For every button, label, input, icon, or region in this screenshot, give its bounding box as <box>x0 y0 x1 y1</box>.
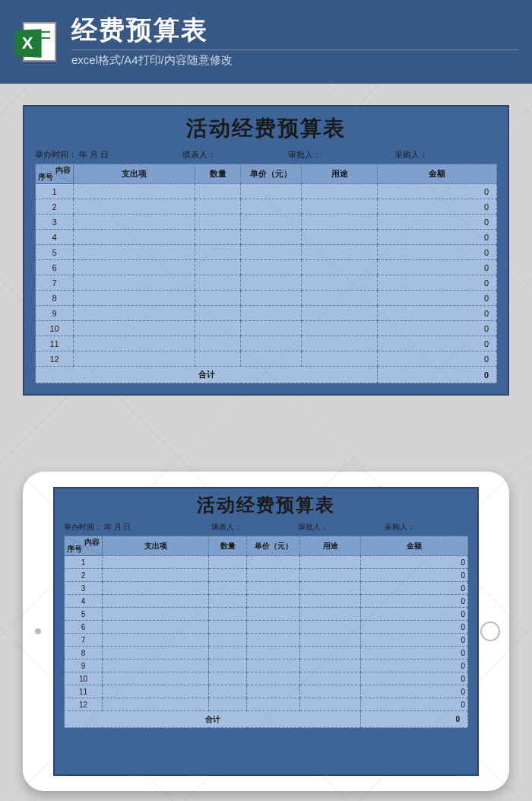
table-row: 60 <box>65 621 468 634</box>
table-row: 40 <box>65 595 468 608</box>
cell <box>209 698 247 711</box>
table-row: 70 <box>65 634 468 647</box>
row-amount: 0 <box>361 621 468 634</box>
meta-filler: 填表人： <box>182 149 285 161</box>
table-row: 20 <box>65 569 468 582</box>
budget-body-tablet: 102030405060708090100110120 <box>65 556 468 711</box>
cell <box>300 660 361 672</box>
table-row: 110 <box>65 685 468 698</box>
cell <box>247 647 300 660</box>
row-amount: 0 <box>378 336 497 351</box>
total-label: 合计 <box>65 711 361 728</box>
cell <box>103 634 209 647</box>
meta-date: 举办时间： 年 月 日 <box>35 149 179 161</box>
cell <box>302 260 378 275</box>
row-index: 11 <box>36 336 74 351</box>
table-row: 10 <box>36 184 497 199</box>
total-amount: 0 <box>378 367 497 383</box>
cell <box>302 245 378 260</box>
cell <box>241 245 302 260</box>
row-amount: 0 <box>361 698 468 711</box>
row-index: 6 <box>65 621 103 634</box>
row-amount: 0 <box>361 595 468 608</box>
cell <box>241 336 302 351</box>
table-row: 30 <box>36 215 497 230</box>
row-amount: 0 <box>361 660 468 672</box>
col-corner: 内容 序号 <box>65 536 103 556</box>
cell <box>247 685 300 698</box>
meta-approver: 审批人： <box>288 149 391 161</box>
cell <box>103 685 209 698</box>
cell <box>195 351 241 367</box>
cell <box>195 275 241 291</box>
cell <box>195 230 241 245</box>
row-index: 9 <box>65 660 103 672</box>
cell <box>300 621 361 634</box>
meta-purchaser: 采购人： <box>394 149 497 161</box>
cell <box>302 351 378 367</box>
header-text: 经费预算表 excel格式/A4打印/内容随意修改 <box>71 16 518 67</box>
table-row: 40 <box>36 230 497 245</box>
row-amount: 0 <box>378 275 497 291</box>
row-amount: 0 <box>378 230 497 245</box>
budget-table-tablet: 内容 序号 支出项 数量 单价（元） 用途 金额 102030405060708… <box>64 536 468 728</box>
cell <box>241 260 302 275</box>
table-row: 70 <box>36 275 497 291</box>
cell <box>247 608 300 621</box>
meta-row-tablet: 举办时间： 年 月 日 填表人： 审批人： 采购人： <box>64 520 468 536</box>
cell <box>247 660 300 672</box>
cell <box>74 215 195 230</box>
cell <box>74 230 195 245</box>
cell <box>195 184 241 199</box>
table-row: 120 <box>36 351 497 367</box>
cell <box>103 556 209 569</box>
table-row: 20 <box>36 199 497 215</box>
cell <box>103 660 209 672</box>
cell <box>300 556 361 569</box>
row-index: 1 <box>36 184 74 199</box>
cell <box>209 634 247 647</box>
cell <box>74 336 195 351</box>
cell <box>103 647 209 660</box>
cell <box>247 634 300 647</box>
row-amount: 0 <box>361 608 468 621</box>
cell <box>241 275 302 291</box>
row-index: 10 <box>36 321 74 336</box>
col-use: 用途 <box>300 536 361 556</box>
card-title-tablet: 活动经费预算表 <box>64 491 468 520</box>
cell <box>74 275 195 291</box>
row-index: 2 <box>36 199 74 215</box>
table-row: 10 <box>65 556 468 569</box>
row-amount: 0 <box>378 215 497 230</box>
row-index: 6 <box>36 260 74 275</box>
cell <box>195 306 241 321</box>
cell <box>195 245 241 260</box>
meta-date: 举办时间： 年 月 日 <box>64 522 208 532</box>
cell <box>300 595 361 608</box>
cell <box>74 306 195 321</box>
cell <box>195 336 241 351</box>
header-title: 经费预算表 <box>71 16 518 44</box>
cell <box>209 685 247 698</box>
row-amount: 0 <box>361 685 468 698</box>
cell <box>241 321 302 336</box>
row-index: 7 <box>36 275 74 291</box>
cell <box>195 260 241 275</box>
cell <box>195 199 241 215</box>
table-row: 110 <box>36 336 497 351</box>
cell <box>300 685 361 698</box>
col-amount: 金额 <box>378 164 497 184</box>
table-row: 120 <box>65 698 468 711</box>
row-amount: 0 <box>361 556 468 569</box>
cell <box>300 608 361 621</box>
cell <box>302 215 378 230</box>
cell <box>74 321 195 336</box>
cell <box>74 291 195 306</box>
table-row: 100 <box>36 321 497 336</box>
cell <box>302 291 378 306</box>
table-row: 90 <box>65 660 468 672</box>
cell <box>300 634 361 647</box>
table-row: 80 <box>65 647 468 660</box>
table-row: 80 <box>36 291 497 306</box>
table-row: 30 <box>65 582 468 595</box>
